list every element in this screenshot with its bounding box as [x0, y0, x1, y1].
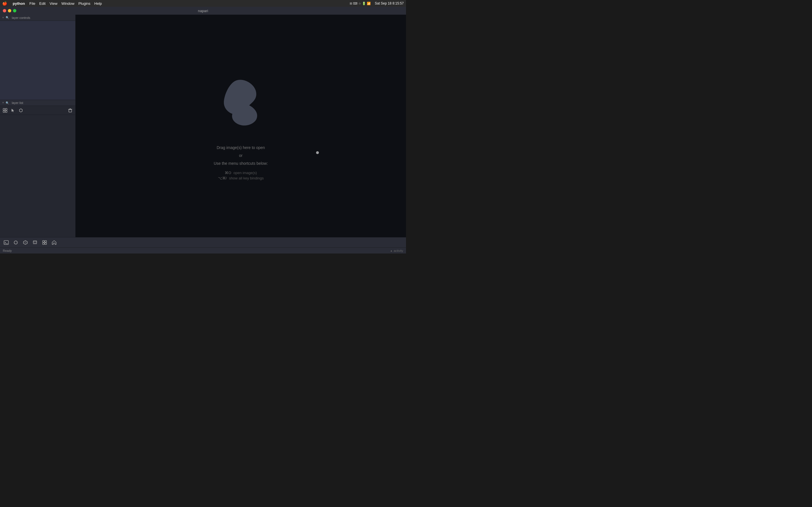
window-title: napari — [198, 9, 208, 13]
main-window: napari × 🔍 layer controls × 🔍 layer list — [0, 7, 406, 253]
svg-rect-4 — [69, 110, 71, 112]
layer-controls-area — [0, 21, 75, 100]
canvas-area[interactable]: Drag image(s) here to open or Use the me… — [75, 15, 406, 237]
menubar-datetime: Sat Sep 18 8:15:57 — [375, 1, 404, 5]
shortcut-open-key: ⌘O — [225, 171, 231, 175]
main-layout: × 🔍 layer controls × 🔍 layer list — [0, 15, 406, 237]
status-text: Ready — [3, 249, 12, 252]
home-button[interactable] — [50, 238, 58, 246]
sidebar: × 🔍 layer controls × 🔍 layer list — [0, 15, 75, 237]
menu-items: File Edit View Window Plugins Help — [29, 1, 102, 6]
svg-rect-19 — [43, 240, 44, 242]
layer-list-area — [0, 115, 75, 237]
svg-rect-0 — [3, 108, 5, 110]
canvas-content: Drag image(s) here to open or Use the me… — [210, 71, 272, 180]
layer-list-close[interactable]: × — [2, 101, 4, 104]
cube-button[interactable] — [21, 238, 29, 246]
menu-plugins[interactable]: Plugins — [79, 1, 91, 6]
menu-file[interactable]: File — [29, 1, 35, 6]
shortcut-bindings-desc: show all key bindings — [229, 176, 264, 180]
shapes-button[interactable] — [12, 238, 20, 246]
apple-menu[interactable]: 🍎 — [2, 1, 7, 6]
tag-tool-button[interactable] — [17, 107, 24, 114]
delete-layer-button[interactable] — [67, 107, 73, 114]
grid-tool-button[interactable] — [2, 107, 8, 114]
titlebar: napari — [0, 7, 406, 15]
app-name[interactable]: python — [13, 1, 25, 6]
layer-controls-close[interactable]: × — [2, 16, 4, 19]
menu-edit[interactable]: Edit — [39, 1, 45, 6]
svg-rect-22 — [45, 243, 47, 244]
svg-rect-2 — [3, 111, 5, 112]
layer-controls-search[interactable]: 🔍 — [6, 16, 9, 19]
napari-logo — [213, 74, 269, 131]
svg-rect-1 — [5, 108, 7, 110]
layer-list-toolbar — [0, 106, 75, 115]
layer-list-title: layer list — [12, 101, 23, 105]
bottom-toolbar — [0, 237, 406, 247]
canvas-instructions: Drag image(s) here to open or Use the me… — [214, 144, 268, 180]
shortcut-open: ⌘O open image(s) — [214, 171, 268, 175]
statusbar-right: ▲ activity — [390, 249, 403, 252]
shortcut-bindings: ⌥⌘/ show all key bindings — [214, 176, 268, 180]
svg-rect-21 — [43, 243, 44, 244]
minimize-button[interactable] — [8, 9, 11, 12]
activity-chevron-icon: ▲ — [390, 249, 393, 252]
shortcuts-area: ⌘O open image(s) ⌥⌘/ show all key bindin… — [214, 171, 268, 180]
terminal-button[interactable] — [2, 238, 10, 246]
cursor-indicator — [316, 151, 319, 154]
svg-rect-20 — [45, 240, 47, 242]
shortcut-open-desc: open image(s) — [234, 171, 257, 175]
stack-button[interactable] — [31, 238, 39, 246]
menubar-icons: ⊞ ⌨ ☆ 🔋 📶 — [350, 2, 371, 5]
menu-text: Use the menu shortcuts below: — [214, 159, 268, 167]
maximize-button[interactable] — [13, 9, 16, 12]
shortcut-bindings-key: ⌥⌘/ — [218, 176, 227, 180]
window-controls — [3, 9, 16, 12]
layer-list-search[interactable]: 🔍 — [6, 101, 9, 105]
svg-rect-3 — [5, 111, 7, 112]
menu-bar: 🍎 python File Edit View Window Plugins H… — [0, 0, 406, 7]
menubar-right: ⊞ ⌨ ☆ 🔋 📶 Sat Sep 18 8:15:57 — [350, 1, 404, 5]
activity-label: activity — [394, 249, 403, 252]
menu-window[interactable]: Window — [61, 1, 74, 6]
or-text: or — [214, 152, 268, 159]
layer-list-header: × 🔍 layer list — [0, 100, 75, 106]
close-button[interactable] — [3, 9, 6, 12]
svg-point-11 — [14, 241, 17, 244]
statusbar: Ready ▲ activity — [0, 247, 406, 253]
layer-controls-header: × 🔍 layer controls — [0, 15, 75, 21]
arrow-tool-button[interactable] — [10, 107, 16, 114]
svg-rect-9 — [4, 240, 8, 244]
drag-text: Drag image(s) here to open — [214, 144, 268, 152]
grid-view-button[interactable] — [41, 238, 49, 246]
logo-container — [210, 71, 272, 133]
menu-view[interactable]: View — [50, 1, 57, 6]
menu-help[interactable]: Help — [94, 1, 102, 6]
layer-controls-title: layer controls — [12, 16, 30, 19]
